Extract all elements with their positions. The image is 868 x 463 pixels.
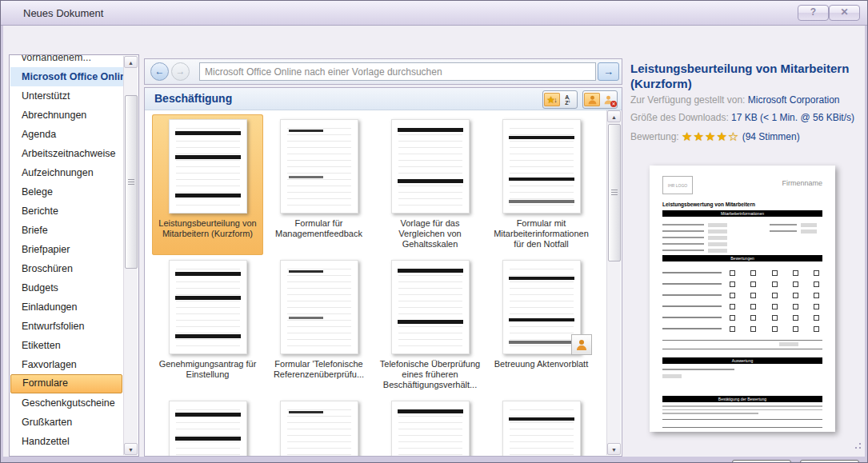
provided-by-value: Microsoft Corporation [748, 94, 840, 106]
template-thumbnail [376, 398, 484, 456]
sidebar-item[interactable]: Abrechnungen [10, 106, 123, 125]
download-size-line: Größe des Downloads: 17 KB (< 1 Min. @ 5… [630, 112, 854, 123]
sidebar-item[interactable]: Briefe [10, 221, 123, 240]
sidebar-item[interactable]: Faxvorlagen [10, 355, 123, 374]
template-list-panel: Beschäftigung ★↓ AZ↓ [144, 87, 622, 457]
sidebar-item[interactable]: Agenda [10, 125, 123, 144]
dialog-content: vorhandenem...Microsoft Office OnlineUnt… [3, 26, 865, 457]
template-preview: IHR LOGO Firmenname Leistungsbewertung v… [650, 166, 835, 432]
sidebar-scrollbar-thumb[interactable] [125, 95, 138, 269]
rating-line: Bewertung: ★★★★☆ (94 Stimmen) [630, 130, 800, 144]
download-button[interactable]: Download [732, 460, 791, 463]
rating-votes: (94 Stimmen) [742, 131, 800, 142]
search-bar: ← → → [144, 58, 622, 85]
sidebar-item[interactable]: vorhandenem... [10, 54, 123, 67]
template-thumbnail [265, 398, 373, 456]
preview-doc-title: Leistungsbewertung von Mitarbeitern [662, 202, 755, 207]
back-arrow-icon: ← [155, 66, 165, 77]
template-item[interactable]: Formular für Managementfeedback [263, 114, 374, 255]
search-go-button[interactable]: → [598, 62, 619, 81]
template-thumbnail [154, 398, 262, 456]
document-page-preview [169, 119, 247, 214]
template-scrollbar-thumb[interactable] [608, 124, 621, 261]
template-thumbnail [487, 257, 595, 357]
sidebar-item[interactable]: Belege [10, 182, 123, 202]
hide-community-templates-button[interactable]: ✕ [600, 93, 616, 106]
sidebar-item[interactable]: Handzettel [10, 432, 123, 451]
sidebar-item[interactable]: Budgets [10, 278, 123, 297]
template-item[interactable]: Telefonische Überprüfung eines früheren … [374, 255, 486, 396]
template-label: Betreuung Aktenvorblatt [487, 357, 595, 394]
sidebar-item[interactable]: Etiketten [10, 336, 123, 355]
down-arrow-icon: ↓ [567, 96, 571, 104]
document-page-preview [502, 401, 581, 456]
remove-x-icon: ✕ [610, 101, 617, 107]
template-label: Genehmigungsantrag für Einstellung [154, 357, 262, 394]
provided-by-label: Zur Verfügung gestellt von: [630, 94, 745, 106]
template-item[interactable]: Vorlage für das Vergleichen von Gehaltss… [374, 114, 486, 255]
scroll-up-icon[interactable]: ▲ [607, 110, 621, 122]
template-thumbnail [487, 398, 595, 456]
sidebar-item[interactable]: Microsoft Office Online [10, 67, 123, 86]
sidebar-item[interactable]: Briefpapier [10, 240, 123, 259]
template-item[interactable]: Betreuung Aktenvorblatt [486, 255, 597, 396]
person-icon [587, 94, 598, 106]
template-details-panel: Leistungsbeurteilung von Mitarbeitern (K… [626, 54, 866, 455]
scroll-down-icon[interactable]: ▼ [607, 443, 621, 455]
sidebar-item[interactable]: Grußkarten [10, 413, 123, 432]
template-item[interactable]: Formular mit Mitarbeiterinformationen fü… [486, 114, 597, 255]
template-item[interactable] [263, 396, 374, 456]
template-thumbnail [265, 117, 373, 216]
forward-button[interactable]: → [171, 62, 190, 81]
preview-field-rows-right [770, 222, 822, 234]
down-arrow-icon: ↓ [554, 96, 558, 104]
template-label: Vorlage für das Vergleichen von Gehaltss… [376, 216, 484, 253]
template-thumbnail [487, 117, 595, 216]
sidebar-item[interactable]: Einladungen [10, 297, 123, 317]
resize-grip[interactable] [852, 440, 862, 449]
close-button[interactable]: ✕ [829, 5, 860, 21]
sidebar-item[interactable]: Entwurfsfolien [10, 317, 123, 336]
sidebar-item[interactable]: Unterstützt [10, 86, 123, 106]
template-item[interactable]: Genehmigungsantrag für Einstellung [152, 255, 263, 396]
sort-by-rating-button[interactable]: ★↓ [544, 93, 560, 106]
help-button[interactable]: ? [798, 5, 829, 21]
category-title: Beschäftigung [154, 88, 232, 110]
scroll-up-icon[interactable]: ▲ [124, 56, 138, 68]
search-input[interactable] [199, 62, 596, 81]
forward-arrow-icon: → [176, 66, 186, 77]
rating-stars: ★★★★☆ [682, 130, 739, 143]
new-document-dialog: Neues Dokument ? ✕ vorhandenem...Microso… [0, 0, 868, 463]
preview-section-header: Mitarbeiterinformationen [662, 210, 822, 217]
template-thumbnail [265, 257, 373, 357]
back-button[interactable]: ← [150, 62, 169, 81]
sidebar-item[interactable]: Berichte [10, 202, 123, 221]
preview-signature-line [662, 427, 822, 428]
sidebar-item[interactable]: Aufzeichnungen [10, 163, 123, 182]
template-list-scrollbar[interactable]: ▲ ▼ [606, 110, 621, 455]
template-item[interactable] [374, 396, 486, 456]
template-item[interactable]: Formular 'Telefonische Referenzenüberprü… [263, 255, 374, 396]
list-toolbar: ★↓ AZ↓ ✕ [542, 90, 618, 109]
preview-logo-box: IHR LOGO [662, 176, 693, 194]
template-item[interactable]: Leistungsbeurteilung von Mitarbeitern (K… [152, 114, 263, 255]
sidebar-item[interactable]: Hyp [10, 451, 123, 457]
scroll-down-icon[interactable]: ▼ [124, 443, 138, 455]
template-thumbnail [376, 257, 484, 357]
sidebar-item[interactable]: Geschenkgutscheine [10, 393, 123, 413]
document-page-preview [280, 260, 358, 354]
sort-alphabetical-button[interactable]: AZ↓ [560, 93, 576, 106]
sidebar-item[interactable]: Broschüren [10, 259, 123, 278]
show-community-templates-button[interactable] [584, 93, 600, 106]
cancel-button[interactable]: Abbrechen [800, 460, 859, 463]
template-item[interactable] [486, 396, 597, 456]
template-list: Leistungsbeurteilung von Mitarbeitern (K… [145, 110, 607, 456]
template-label: Formular mit Mitarbeiterinformationen fü… [487, 216, 595, 253]
template-item[interactable] [152, 396, 263, 456]
sidebar-item[interactable]: Formulare [10, 374, 122, 393]
sidebar-item[interactable]: Arbeitszeitnachweise [10, 144, 123, 163]
preview-text-lines [662, 369, 734, 382]
template-label: Leistungsbeurteilung von Mitarbeitern (K… [154, 216, 262, 253]
sidebar-scrollbar[interactable]: ▲ ▼ [123, 56, 138, 455]
category-header: Beschäftigung ★↓ AZ↓ [145, 88, 622, 110]
